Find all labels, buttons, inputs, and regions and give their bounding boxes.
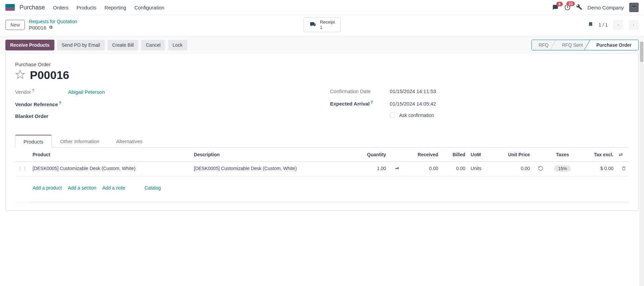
scrollbar-thumb[interactable] — [640, 42, 643, 62]
company-name[interactable]: Demo Company — [588, 5, 624, 10]
cell-received[interactable]: 0.00 — [402, 161, 441, 176]
nav-reporting[interactable]: Reporting — [104, 5, 126, 10]
receipt-stat-button[interactable]: Receipt 1 — [304, 17, 340, 32]
th-product[interactable]: Product — [30, 148, 191, 162]
delete-row-icon[interactable] — [622, 167, 626, 172]
tab-products[interactable]: Products — [15, 135, 52, 148]
svg-rect-1 — [630, 3, 638, 11]
lock-button[interactable]: Lock — [168, 40, 187, 50]
create-bill-button[interactable]: Create Bill — [107, 40, 139, 50]
app-title[interactable]: Purchase — [19, 4, 45, 11]
vendor-ref-label: Vendor Reference ? — [15, 101, 65, 107]
order-lines-table: Product Description Quantity Received Bi… — [15, 148, 629, 202]
th-taxes[interactable]: Taxes — [546, 148, 579, 162]
ask-confirmation-checkbox[interactable] — [390, 113, 395, 118]
cell-quantity[interactable]: 1.00 — [353, 161, 389, 176]
control-right: 1 / 1 — [588, 20, 639, 30]
cell-uom[interactable]: Units — [468, 161, 492, 176]
vendor-value[interactable]: Abigail Peterson — [68, 89, 105, 95]
status-flow: RFQ RFQ Sent Purchase Order — [532, 40, 639, 50]
debug-icon[interactable] — [576, 4, 582, 11]
ask-confirmation-label: Ask confirmation — [399, 113, 434, 118]
breadcrumb-parent[interactable]: Requests for Quotation — [29, 18, 77, 25]
cell-tax-excl[interactable]: $ 0.00 — [579, 161, 616, 176]
send-po-button[interactable]: Send PO by Email — [57, 40, 105, 50]
right-column: Confirmation Date 01/15/2024 14:11:53 Ex… — [330, 88, 629, 125]
breadcrumb-current-label: P00016 — [29, 25, 46, 31]
catalog-link[interactable]: Catalog — [145, 185, 161, 191]
avatar[interactable] — [629, 3, 639, 12]
help-icon[interactable]: ? — [58, 101, 61, 105]
th-tax-excl[interactable]: Tax excl. — [579, 148, 616, 162]
top-nav: Purchase Orders Products Reporting Confi… — [0, 0, 644, 15]
th-description[interactable]: Description — [191, 148, 352, 162]
cell-billed[interactable]: 0.00 — [441, 161, 468, 176]
cell-taxes[interactable]: 15% — [554, 165, 571, 172]
pager-prev-button[interactable] — [613, 20, 623, 30]
confirm-date-value: 01/15/2024 14:11:53 — [390, 88, 436, 94]
breadcrumb-current: P00016 — [29, 25, 77, 31]
nav-orders[interactable]: Orders — [53, 5, 68, 10]
chat-badge: 6 — [556, 2, 562, 6]
status-purchase-order[interactable]: Purchase Order — [590, 40, 638, 50]
blanket-label: Blanket Order — [15, 113, 65, 119]
table-row[interactable]: ⋮⋮ [DESK0005] Customizable Desk (Custom,… — [15, 161, 629, 176]
tabs: Products Other Information Alternatives — [15, 134, 629, 148]
activity-icon[interactable]: 23 — [564, 4, 571, 11]
tab-other-info[interactable]: Other Information — [52, 135, 108, 148]
th-received[interactable]: Received — [402, 148, 441, 162]
expected-label: Expected Arrival ? — [330, 100, 387, 107]
vendor-label: Vendor ? — [15, 88, 65, 95]
record-type: Purchase Order — [15, 62, 629, 67]
gear-icon[interactable] — [48, 25, 53, 31]
cell-product[interactable]: [DESK0005] Customizable Desk (Custom, Wh… — [30, 161, 191, 176]
history-icon[interactable] — [538, 167, 543, 172]
add-section-link[interactable]: Add a section — [68, 185, 96, 191]
form-sheet: Purchase Order P00016 Vendor ? Abigail P… — [5, 53, 639, 211]
cell-description[interactable]: [DESK0005] Customizable Desk (Custom, Wh… — [191, 161, 352, 176]
help-icon[interactable]: ? — [370, 100, 373, 104]
tab-alternatives[interactable]: Alternatives — [108, 135, 151, 148]
app-logo[interactable] — [5, 4, 15, 11]
activity-badge: 23 — [566, 1, 574, 6]
new-button[interactable]: New — [5, 20, 25, 30]
pager-next-button[interactable] — [629, 20, 639, 30]
truck-icon — [309, 21, 317, 28]
forecast-icon[interactable] — [394, 166, 400, 171]
receive-products-button[interactable]: Receive Products — [5, 40, 54, 50]
bookmark-icon[interactable] — [588, 21, 593, 29]
cancel-button[interactable]: Cancel — [141, 40, 165, 50]
action-buttons: Receive Products Send PO by Email Create… — [5, 40, 187, 50]
th-unit-price[interactable]: Unit Price — [492, 148, 533, 162]
pager-counter[interactable]: 1 / 1 — [599, 22, 608, 28]
record-title: P00016 — [30, 69, 69, 82]
column-toggle[interactable]: ⇄ — [616, 148, 629, 162]
svg-rect-4 — [632, 6, 636, 7]
th-quantity[interactable]: Quantity — [353, 148, 389, 162]
status-bar: Receive Products Send PO by Email Create… — [0, 37, 644, 53]
left-column: Vendor ? Abigail Peterson Vendor Referen… — [15, 88, 314, 125]
add-note-link[interactable]: Add a note — [102, 185, 125, 191]
confirm-date-label: Confirmation Date — [330, 88, 387, 94]
stat-label: Receipt — [320, 19, 335, 25]
chat-icon[interactable]: 6 — [552, 4, 559, 10]
nav-right: 6 23 Demo Company — [552, 3, 639, 12]
help-icon[interactable]: ? — [31, 88, 34, 92]
th-uom[interactable]: UoM — [468, 148, 492, 162]
star-icon[interactable] — [15, 70, 25, 81]
expected-value[interactable]: 01/15/2024 14:05:42 — [390, 101, 436, 107]
nav-products[interactable]: Products — [77, 5, 96, 10]
control-panel: New Requests for Quotation P00016 Receip… — [0, 15, 644, 37]
breadcrumb: Requests for Quotation P00016 — [29, 18, 77, 31]
add-product-link[interactable]: Add a product — [33, 185, 62, 191]
scrollbar[interactable] — [639, 42, 644, 219]
nav-configuration[interactable]: Configuration — [134, 5, 164, 10]
cell-unit-price[interactable]: 0.00 — [492, 161, 533, 176]
drag-handle-icon[interactable]: ⋮⋮ — [15, 161, 30, 176]
nav-menu: Orders Products Reporting Configuration — [53, 5, 164, 10]
th-billed[interactable]: Billed — [441, 148, 468, 162]
stat-value: 1 — [320, 25, 335, 30]
